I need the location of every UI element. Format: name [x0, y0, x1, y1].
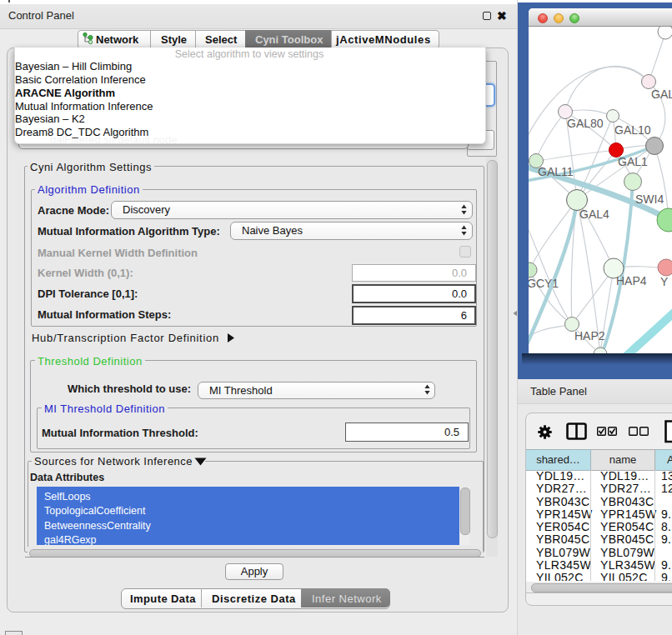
svg-text:GAL10: GAL10: [614, 123, 651, 137]
svg-text:GAL4: GAL4: [579, 208, 609, 221]
svg-text:GAL11: GAL11: [538, 165, 574, 178]
svg-text:GAL7: GAL7: [651, 88, 672, 101]
svg-text:HAP4: HAP4: [616, 274, 647, 288]
svg-text:SWI4: SWI4: [635, 192, 664, 206]
svg-text:GCY1: GCY1: [529, 277, 559, 290]
svg-text:HAP2: HAP2: [574, 329, 605, 342]
svg-text:GAL1: GAL1: [618, 155, 648, 168]
svg-text:GAL80: GAL80: [567, 117, 604, 130]
svg-text:Y: Y: [660, 275, 669, 288]
